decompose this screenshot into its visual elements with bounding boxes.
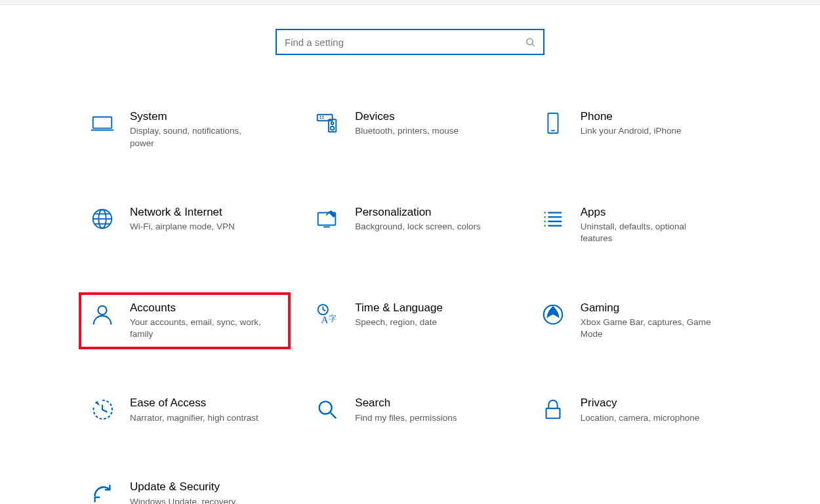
category-phone[interactable]: Phone Link your Android, iPhone: [529, 101, 741, 159]
category-desc: Windows Update, recovery, backup: [130, 496, 268, 504]
category-accounts[interactable]: Accounts Your accounts, email, sync, wor…: [79, 292, 291, 350]
category-title: Time & Language: [355, 301, 443, 315]
system-icon: [88, 109, 117, 138]
svg-line-33: [323, 309, 326, 311]
search-input[interactable]: [285, 37, 525, 48]
category-text: Ease of Access Narrator, magnifier, high…: [130, 395, 258, 424]
category-desc: Find my files, permissions: [355, 412, 457, 424]
search-box[interactable]: [276, 29, 544, 55]
category-text: Phone Link your Android, iPhone: [581, 109, 682, 138]
personalization-icon: [313, 204, 342, 233]
svg-rect-39: [546, 409, 560, 419]
svg-point-11: [331, 126, 335, 130]
category-ease-of-access[interactable]: Ease of Access Narrator, magnifier, high…: [79, 387, 291, 433]
category-text: Privacy Location, camera, microphone: [581, 395, 700, 424]
category-privacy[interactable]: Privacy Location, camera, microphone: [529, 387, 741, 433]
svg-point-37: [319, 402, 332, 414]
category-text: Accounts Your accounts, email, sync, wor…: [130, 300, 268, 341]
settings-categories-grid: System Display, sound, notifications, po…: [79, 101, 741, 504]
svg-point-10: [331, 122, 334, 125]
category-desc: Display, sound, notifications, power: [130, 125, 268, 149]
category-search[interactable]: Search Find my files, permissions: [304, 387, 516, 433]
category-desc: Wi-Fi, airplane mode, VPN: [130, 221, 235, 233]
magnifier-icon: [313, 395, 342, 424]
category-gaming[interactable]: Gaming Xbox Game Bar, captures, Game Mod…: [529, 292, 741, 350]
category-desc: Location, camera, microphone: [581, 412, 700, 424]
category-title: Accounts: [130, 301, 268, 315]
svg-point-0: [527, 38, 533, 44]
category-text: System Display, sound, notifications, po…: [130, 109, 268, 149]
category-personalization[interactable]: Personalization Background, lock screen,…: [304, 197, 516, 254]
category-title: Update & Security: [130, 480, 268, 494]
category-title: System: [130, 110, 268, 123]
update-icon: [88, 479, 117, 504]
category-title: Gaming: [581, 301, 718, 315]
category-update-security[interactable]: Update & Security Windows Update, recove…: [79, 471, 291, 504]
category-desc: Narrator, magnifier, high contrast: [130, 412, 258, 424]
category-desc: Background, lock screen, colors: [355, 221, 480, 233]
category-desc: Speech, region, date: [355, 317, 443, 328]
accounts-icon: [88, 300, 117, 329]
svg-line-1: [532, 44, 534, 46]
svg-point-30: [98, 305, 106, 314]
time-language-icon: A 字: [313, 300, 342, 329]
apps-icon: [539, 204, 567, 233]
category-title: Devices: [355, 110, 459, 123]
category-desc: Xbox Game Bar, captures, Game Mode: [581, 317, 718, 340]
category-desc: Bluetooth, printers, mouse: [355, 125, 459, 137]
category-time-language[interactable]: A 字 Time & Language Speech, region, date: [304, 292, 516, 350]
category-system[interactable]: System Display, sound, notifications, po…: [79, 101, 291, 159]
svg-rect-2: [93, 117, 112, 128]
devices-icon: [313, 109, 342, 138]
category-text: Apps Uninstall, defaults, optional featu…: [581, 204, 718, 245]
category-desc: Uninstall, defaults, optional features: [581, 221, 718, 244]
svg-line-38: [331, 413, 337, 419]
category-text: Update & Security Windows Update, recove…: [130, 479, 268, 504]
category-apps[interactable]: Apps Uninstall, defaults, optional featu…: [529, 197, 741, 254]
svg-text:A: A: [321, 314, 329, 325]
category-title: Search: [355, 397, 457, 410]
phone-icon: [539, 109, 567, 138]
globe-icon: [88, 204, 117, 233]
category-desc: Your accounts, email, sync, work, family: [130, 317, 268, 340]
window-titlebar-area: [0, 0, 820, 5]
category-title: Phone: [581, 110, 682, 123]
category-network[interactable]: Network & Internet Wi-Fi, airplane mode,…: [79, 197, 291, 254]
category-title: Privacy: [581, 397, 700, 410]
category-text: Time & Language Speech, region, date: [355, 300, 443, 329]
lock-icon: [539, 395, 567, 424]
category-devices[interactable]: Devices Bluetooth, printers, mouse: [304, 101, 516, 159]
category-text: Network & Internet Wi-Fi, airplane mode,…: [130, 204, 235, 233]
category-text: Search Find my files, permissions: [355, 395, 457, 424]
category-text: Personalization Background, lock screen,…: [355, 204, 480, 233]
search-icon: [525, 37, 535, 47]
category-title: Personalization: [355, 206, 480, 219]
category-desc: Link your Android, iPhone: [581, 125, 682, 137]
category-text: Gaming Xbox Game Bar, captures, Game Mod…: [581, 300, 718, 341]
svg-text:字: 字: [329, 313, 337, 322]
search-wrap: [0, 5, 820, 55]
ease-of-access-icon: [88, 395, 117, 424]
category-title: Apps: [581, 206, 718, 219]
category-title: Ease of Access: [130, 397, 258, 410]
gaming-icon: [539, 300, 567, 329]
category-text: Devices Bluetooth, printers, mouse: [355, 109, 459, 138]
category-title: Network & Internet: [130, 206, 235, 219]
